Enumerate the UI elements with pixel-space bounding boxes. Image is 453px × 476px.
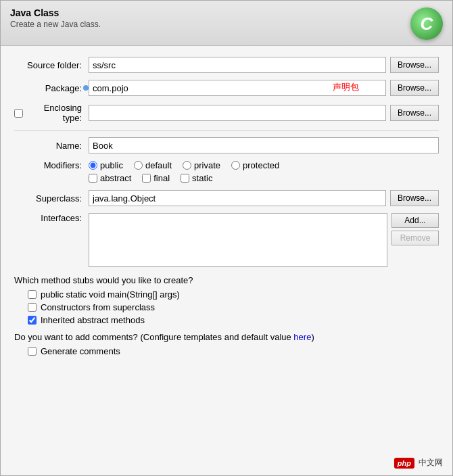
divider-1	[14, 130, 439, 130]
enclosing-type-label: Enclosing type:	[26, 103, 82, 123]
modifier-default-label[interactable]: default	[134, 160, 172, 170]
enclosing-type-input[interactable]	[89, 105, 386, 121]
superclass-browse-button[interactable]: Browse...	[390, 190, 439, 206]
interfaces-row: Interfaces: Add... Remove	[14, 213, 439, 267]
dialog-title-area: Java Class Create a new Java class.	[10, 7, 101, 29]
modifier-static-label[interactable]: static	[181, 173, 212, 183]
modifier-access-row: public default private protected	[89, 160, 279, 170]
interfaces-add-button[interactable]: Add...	[391, 213, 439, 228]
modifier-protected-radio[interactable]	[231, 161, 240, 170]
package-label: Package:	[14, 83, 89, 93]
modifier-final-text: final	[153, 173, 170, 183]
modifier-protected-label[interactable]: protected	[231, 160, 279, 170]
comments-question-prefix: Do you want to add comments? (Configure …	[14, 332, 293, 342]
name-input[interactable]	[89, 137, 439, 153]
modifier-public-radio[interactable]	[89, 161, 97, 170]
stub-constructor-checkbox[interactable]	[28, 303, 37, 312]
enclosing-type-row: Enclosing type: Browse...	[14, 103, 439, 123]
comments-here-link[interactable]: here	[293, 332, 311, 342]
generate-comments-item: Generate comments	[28, 346, 439, 356]
dialog-subtitle: Create a new Java class.	[10, 20, 101, 29]
modifier-private-radio[interactable]	[183, 161, 191, 170]
generate-comments-label: Generate comments	[41, 346, 120, 356]
modifiers-label: Modifiers:	[14, 160, 89, 170]
stub-main-checkbox[interactable]	[28, 290, 37, 299]
modifier-protected-text: protected	[243, 160, 279, 170]
stub-constructor-item: Constructors from superclass	[28, 302, 439, 312]
package-row: Package: 声明包 Browse...	[14, 80, 439, 96]
comments-question-suffix: )	[311, 332, 314, 342]
dialog-header: Java Class Create a new Java class. C	[1, 1, 452, 46]
modifier-abstract-label[interactable]: abstract	[89, 173, 131, 183]
stub-main-label: public static void main(String[] args)	[41, 289, 180, 300]
package-browse-button[interactable]: Browse...	[390, 80, 439, 96]
modifier-static-text: static	[192, 173, 212, 183]
source-folder-input[interactable]	[89, 57, 386, 73]
stub-inherited-checkbox[interactable]	[28, 316, 37, 325]
name-row: Name:	[14, 137, 439, 153]
modifier-abstract-text: abstract	[100, 173, 131, 183]
superclass-row: Superclass: Browse...	[14, 190, 439, 206]
stub-inherited-label: Inherited abstract methods	[41, 315, 145, 325]
stub-main-item: public static void main(String[] args)	[28, 289, 439, 300]
stubs-section: Which method stubs would you like to cre…	[14, 275, 439, 325]
dialog-title: Java Class	[10, 7, 101, 18]
source-folder-label: Source folder:	[14, 60, 89, 70]
generate-comments-checkbox[interactable]	[28, 347, 37, 356]
source-folder-row: Source folder: Browse...	[14, 57, 439, 73]
enclosing-type-checkbox[interactable]	[14, 109, 23, 118]
modifier-final-checkbox[interactable]	[142, 174, 151, 183]
modifier-final-label[interactable]: final	[142, 173, 170, 183]
stub-constructor-label: Constructors from superclass	[41, 302, 155, 312]
modifier-abstract-checkbox[interactable]	[89, 174, 97, 183]
modifier-static-checkbox[interactable]	[181, 174, 189, 183]
modifier-public-text: public	[100, 160, 123, 170]
dialog-footer: php 中文网	[394, 457, 443, 469]
comments-section: Do you want to add comments? (Configure …	[14, 332, 439, 356]
modifier-other-row: abstract final static	[89, 173, 279, 183]
modifier-private-text: private	[194, 160, 220, 170]
interfaces-buttons: Add... Remove	[391, 213, 439, 245]
dialog-body: Source folder: Browse... Package: 声明包 Br…	[1, 46, 452, 367]
footer-site: 中文网	[419, 457, 443, 469]
superclass-label: Superclass:	[14, 193, 89, 204]
package-input-wrapper: 声明包	[89, 80, 386, 96]
source-folder-browse-button[interactable]: Browse...	[390, 57, 439, 73]
stub-inherited-item: Inherited abstract methods	[28, 315, 439, 325]
modifier-default-text: default	[145, 160, 172, 170]
interfaces-remove-button[interactable]: Remove	[391, 231, 439, 245]
stubs-question: Which method stubs would you like to cre…	[14, 275, 439, 285]
package-input[interactable]	[89, 80, 386, 96]
superclass-input[interactable]	[89, 190, 386, 206]
php-logo: php	[394, 458, 414, 469]
name-label: Name:	[14, 141, 89, 151]
eclipse-c-icon: C	[410, 7, 443, 40]
enclosing-type-browse-button[interactable]: Browse...	[390, 105, 439, 121]
modifiers-section: public default private protected	[89, 160, 279, 183]
enclosing-type-checkbox-label[interactable]: Enclosing type:	[14, 103, 82, 123]
java-class-dialog: Java Class Create a new Java class. C So…	[0, 0, 453, 476]
modifier-public-label[interactable]: public	[89, 160, 123, 170]
modifiers-row: Modifiers: public default private	[14, 160, 439, 183]
package-dot-icon	[83, 85, 89, 91]
interfaces-label: Interfaces:	[14, 213, 89, 223]
modifier-default-radio[interactable]	[134, 161, 143, 170]
interfaces-textarea[interactable]	[89, 213, 387, 267]
modifier-private-label[interactable]: private	[183, 160, 220, 170]
comments-question: Do you want to add comments? (Configure …	[14, 332, 439, 342]
